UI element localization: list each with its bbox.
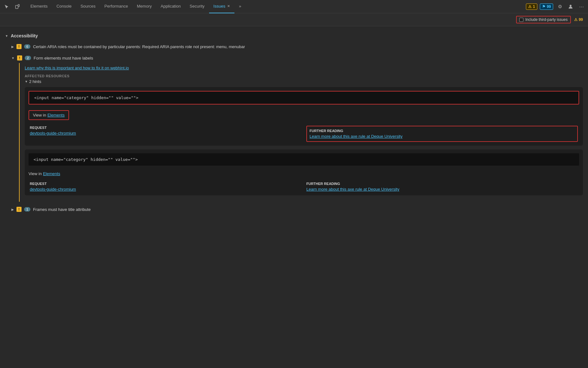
- aria-warning-icon: !: [16, 44, 22, 49]
- frames-issue-row[interactable]: ▶ ! 1 Frames must have title attribute: [0, 204, 588, 214]
- elements-link-1[interactable]: Elements: [48, 113, 65, 117]
- hint-card-1: <input name="category" hidden="" value="…: [25, 87, 583, 146]
- hint-footer-2: REQUEST devtools-guide-chromium FURTHER …: [25, 178, 583, 195]
- cursor-icon[interactable]: [3, 3, 11, 11]
- tab-performance[interactable]: Performance: [100, 0, 132, 13]
- form-issue-text: Form elements must have labels: [34, 56, 93, 60]
- svg-rect-1: [18, 4, 19, 7]
- request-section-1: REQUEST devtools-guide-chromium: [30, 126, 301, 142]
- hint-card-2: <input name="category" hidden="" value="…: [25, 149, 583, 195]
- warning-count: 1: [533, 4, 535, 9]
- issues-main-content: ▼ Accessibility ▶ ! 6 Certain ARIA roles…: [0, 26, 588, 368]
- request-label-2: REQUEST: [30, 182, 301, 186]
- warning-icon: ⚠: [528, 4, 532, 9]
- tab-sources[interactable]: Sources: [76, 0, 100, 13]
- hint-code-block-1: <input name="category" hidden="" value="…: [29, 91, 579, 105]
- third-party-checkbox[interactable]: [519, 18, 523, 22]
- form-chevron-icon: ▼: [11, 56, 15, 60]
- warning-badge[interactable]: ⚠ 1: [526, 3, 537, 10]
- user-icon[interactable]: [566, 3, 575, 11]
- issues-count: 99: [579, 17, 583, 22]
- request-link-1[interactable]: devtools-guide-chromium: [30, 131, 76, 136]
- elements-link-2[interactable]: Elements: [43, 171, 60, 176]
- webhint-link[interactable]: Learn why this is important and how to f…: [25, 66, 129, 70]
- include-third-party-checkbox-container[interactable]: Include third-party issues: [516, 16, 571, 23]
- tab-elements[interactable]: Elements: [26, 0, 52, 13]
- aria-count-badge: 6: [24, 44, 30, 49]
- more-options-icon[interactable]: ⋯: [577, 3, 585, 11]
- issues-header-bar: Include third-party issues ⚠ 99: [0, 13, 588, 26]
- form-count-badge: 2: [25, 56, 31, 60]
- hints-label: 2 hints: [29, 79, 41, 84]
- tab-application[interactable]: Application: [156, 0, 185, 13]
- form-warning-icon: !: [17, 55, 22, 60]
- hint-code-block-2: <input name="category" hidden="" value="…: [29, 153, 579, 166]
- more-tabs-button[interactable]: »: [234, 0, 246, 13]
- aria-issue-text: Certain ARIA roles must be contained by …: [33, 44, 245, 49]
- hints-toggle[interactable]: ▼ 2 hints: [25, 79, 583, 84]
- form-labels-issue-row[interactable]: ▼ ! 2 Form elements must have labels: [0, 53, 588, 63]
- third-party-label: Include third-party issues: [525, 17, 567, 22]
- form-labels-expanded: Learn why this is important and how to f…: [19, 63, 588, 202]
- tab-memory[interactable]: Memory: [132, 0, 156, 13]
- view-in-text-2: View in: [29, 171, 42, 176]
- further-label-2: FURTHER READING: [306, 182, 578, 186]
- issue-chevron-icon: ▶: [11, 45, 14, 48]
- further-reading-section-2: FURTHER READING Learn more about this ax…: [306, 182, 578, 192]
- further-label-1: FURTHER READING: [310, 129, 575, 133]
- section-title: Accessibility: [11, 33, 38, 38]
- svg-point-2: [570, 5, 572, 7]
- aria-roles-issue-row[interactable]: ▶ ! 6 Certain ARIA roles must be contain…: [0, 41, 588, 52]
- further-reading-section-1: FURTHER READING Learn more about this ax…: [306, 126, 578, 142]
- view-in-text-1: View in: [33, 113, 46, 117]
- tab-console[interactable]: Console: [52, 0, 76, 13]
- flag-count: 99: [547, 4, 551, 9]
- hint-code-text-1: <input name="category" hidden="" value="…: [34, 95, 138, 100]
- aria-roles-issue-group: ▶ ! 6 Certain ARIA roles must be contain…: [0, 41, 588, 52]
- tab-issues[interactable]: Issues ✕: [209, 0, 235, 13]
- affected-resources-label: AFFECTED RESOURCES: [25, 74, 583, 78]
- hint-footer-1: REQUEST devtools-guide-chromium FURTHER …: [25, 122, 583, 146]
- request-section-2: REQUEST devtools-guide-chromium: [30, 182, 301, 192]
- device-toggle-icon[interactable]: [13, 3, 22, 11]
- frames-warning-icon: !: [16, 207, 22, 212]
- flag-badge[interactable]: ⚑ 99: [540, 3, 553, 10]
- view-in-elements-1[interactable]: View in Elements: [29, 110, 69, 120]
- frames-chevron-icon: ▶: [11, 208, 14, 211]
- section-chevron-icon: ▼: [5, 34, 8, 38]
- view-in-elements-2[interactable]: View in Elements: [25, 169, 64, 178]
- flag-icon: ⚑: [542, 4, 546, 9]
- hint-code-text-2: <input name="category" hidden="" value="…: [34, 157, 138, 162]
- accessibility-section-header[interactable]: ▼ Accessibility: [0, 31, 588, 40]
- frames-issue-group: ▶ ! 1 Frames must have title attribute: [0, 204, 588, 214]
- issues-warning-icon: ⚠: [574, 17, 578, 22]
- form-labels-issue-group: ▼ ! 2 Form elements must have labels Lea…: [0, 53, 588, 202]
- devtools-toolbar: Elements Console Sources Performance Mem…: [0, 0, 588, 13]
- settings-icon[interactable]: ⚙: [556, 3, 564, 11]
- request-label-1: REQUEST: [30, 126, 301, 130]
- tab-close-icon[interactable]: ✕: [227, 4, 230, 8]
- further-link-2[interactable]: Learn more about this axe rule at Deque …: [306, 187, 399, 192]
- frames-issue-text: Frames must have title attribute: [33, 207, 91, 212]
- request-link-2[interactable]: devtools-guide-chromium: [30, 187, 76, 192]
- toolbar-left-icons: [3, 3, 22, 11]
- issues-count-badge: ⚠ 99: [574, 17, 583, 22]
- further-link-1[interactable]: Learn more about this axe rule at Deque …: [310, 134, 402, 139]
- tab-security[interactable]: Security: [185, 0, 209, 13]
- toolbar-right: ⚠ 1 ⚑ 99 ⚙ ⋯: [526, 3, 585, 11]
- frames-count-badge: 1: [24, 207, 30, 212]
- hints-chevron-icon: ▼: [25, 80, 28, 83]
- devtools-tabs: Elements Console Sources Performance Mem…: [26, 0, 525, 13]
- svg-rect-0: [16, 5, 18, 9]
